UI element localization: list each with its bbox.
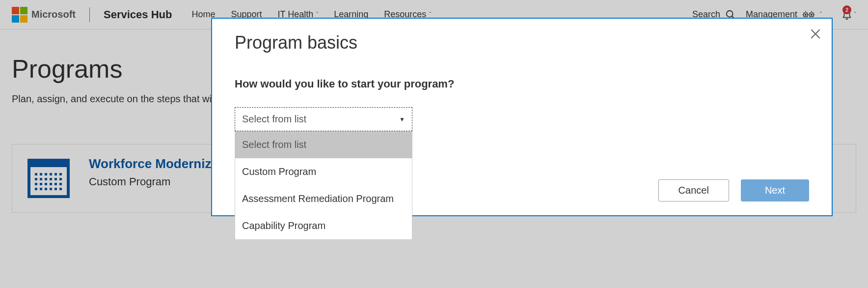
- dropdown-option-custom[interactable]: Custom Program: [235, 158, 412, 185]
- cancel-button[interactable]: Cancel: [658, 179, 729, 202]
- dropdown-arrow-icon: ▼: [399, 116, 405, 123]
- dialog-title: Program basics: [235, 32, 809, 53]
- program-basics-dialog: Program basics How would you like to sta…: [211, 18, 833, 216]
- dropdown-list: Select from list Custom Program Assessme…: [235, 131, 412, 240]
- dialog-question: How would you like to start your program…: [235, 78, 809, 90]
- dropdown-option-capability[interactable]: Capability Program: [235, 212, 412, 239]
- close-icon: [809, 28, 822, 40]
- dropdown-selected-value: Select from list: [242, 114, 306, 125]
- dropdown-option-placeholder[interactable]: Select from list: [235, 131, 412, 158]
- dropdown-option-assessment[interactable]: Assessment Remediation Program: [235, 185, 412, 212]
- dropdown-select[interactable]: Select from list ▼: [235, 107, 412, 131]
- next-button[interactable]: Next: [741, 179, 809, 202]
- dialog-footer: Cancel Next: [658, 179, 809, 202]
- program-type-dropdown: Select from list ▼ Select from list Cust…: [235, 107, 412, 131]
- close-button[interactable]: [809, 28, 822, 40]
